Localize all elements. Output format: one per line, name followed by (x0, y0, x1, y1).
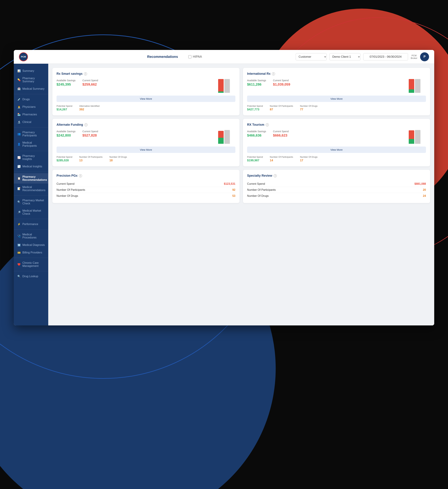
rx-smart-savings-view-more[interactable]: View More (57, 96, 235, 102)
rxt-current-spend: Current Spend $666,623 (273, 130, 289, 137)
user-avatar[interactable]: P (420, 52, 429, 61)
international-rx-bottom: Potential Spend $427,773 Number Of Parti… (247, 105, 426, 111)
demo-client-select[interactable]: Demo Client 1 (330, 53, 360, 60)
medical-market-check-icon: 🔎 (17, 211, 21, 214)
sidebar: 📊 Summary 💊 Pharmacy Summary 🏥 Medical S… (14, 64, 48, 326)
alternate-funding-info-icon[interactable]: i (84, 123, 88, 126)
sidebar-label-summary: Summary (22, 69, 34, 73)
intl-participants: Number Of Participants 87 (270, 105, 293, 111)
nav-recommendations[interactable]: Recommendations (147, 55, 178, 59)
pharmacies-icon: 🏪 (17, 113, 21, 116)
main-content: Rx Smart savings i Available Savings $24… (48, 64, 434, 326)
alternate-funding-top: Available Savings $242,800 Current Spend… (57, 130, 235, 144)
rx-tourism-view-more[interactable]: View More (247, 147, 426, 153)
sidebar-item-drugs[interactable]: 💉 Drugs (14, 96, 48, 103)
specialty-review-info-icon[interactable]: i (274, 174, 277, 177)
precision-pgx-row-0: Current Spend $123,531 (57, 181, 235, 187)
rx-tourism-chart (409, 130, 426, 144)
sidebar-item-chronic-care[interactable]: ❤️ Chronic Care Management (14, 259, 48, 270)
sidebar-item-pharmacy-summary[interactable]: 💊 Pharmacy Summary (14, 75, 48, 85)
medical-summary-icon: 🏥 (17, 87, 21, 90)
sidebar-item-medical-diagnosis[interactable]: 🩻 Medical Diagnosis (14, 241, 48, 249)
card-precision-pgx: Precision PGx i Current Spend $123,531 N… (52, 170, 240, 203)
rx-smart-savings-chart (218, 79, 235, 93)
sidebar-item-pharmacy-recommendations[interactable]: 📋 Pharmacy Recommendations (14, 173, 48, 184)
sidebar-item-medical-procedures[interactable]: 🩺 Medical Procedures (14, 231, 48, 241)
hipaa-checkbox[interactable] (188, 55, 191, 58)
divider-5 (14, 195, 48, 196)
pharmacy-recommendations-icon: 📋 (17, 177, 21, 180)
rx-current-spend-value: $259,662 (82, 82, 98, 86)
rx-available-savings-label: Available Savings (57, 79, 75, 82)
sidebar-item-clinical[interactable]: 🔬 Clinical (14, 118, 48, 126)
cards-grid: Rx Smart savings i Available Savings $24… (52, 68, 430, 203)
sidebar-item-medical-participants[interactable]: 👤 Medical Participants (14, 139, 48, 149)
sidebar-item-pharmacy-market-check[interactable]: 🔍 Pharmacy Market Check (14, 197, 48, 207)
summary-icon: 📊 (17, 69, 21, 73)
sidebar-item-billing-providers[interactable]: 💳 Billing Providers (14, 249, 48, 256)
rx-potential-spend: Potential Spend $14,267 (57, 105, 72, 111)
rx-smart-savings-info-icon[interactable]: i (84, 72, 87, 75)
app-body: 📊 Summary 💊 Pharmacy Summary 🏥 Medical S… (14, 64, 434, 326)
specialty-review-row-2: Number Of Drugs 24 (247, 193, 426, 199)
drugs-icon: 💉 (17, 98, 21, 101)
international-rx-stats: Available Savings $611,286 Current Spend… (247, 79, 405, 86)
sidebar-label-pharmacy-participants: Pharmacy Participants (22, 131, 45, 137)
rx-tourism-stats: Available Savings $466,636 Current Spend… (247, 130, 405, 137)
sidebar-item-pharmacy-insights[interactable]: 📈 Pharmacy Insights (14, 152, 48, 163)
chronic-care-icon: ❤️ (17, 263, 21, 266)
intl-current-spend: Current Spend $1,039,059 (273, 79, 290, 86)
rx-tourism-info-icon[interactable]: i (266, 123, 269, 126)
drug-lookup-icon: 🔍 (17, 275, 21, 278)
sidebar-item-physicians[interactable]: 👨‍⚕️ Physicians (14, 103, 48, 111)
sidebar-label-pharmacies: Pharmacies (22, 113, 37, 116)
date-range-button[interactable]: 07/01/2023 - 06/30/2024 (363, 53, 408, 60)
sidebar-item-summary[interactable]: 📊 Summary (14, 67, 48, 75)
international-rx-view-more[interactable]: View More (247, 96, 426, 102)
sidebar-label-medical-participants: Medical Participants (22, 141, 45, 147)
sidebar-item-medical-recommendations[interactable]: 📝 Medical Recommendations (14, 184, 48, 194)
rxt-drugs: Number Of Drugs 17 (300, 156, 318, 162)
international-rx-top: Available Savings $611,286 Current Spend… (247, 79, 426, 93)
international-rx-title: International Rx i (247, 72, 426, 76)
medical-insights-icon: 📉 (17, 165, 21, 168)
rxt-participants: Number Of Participants 14 (270, 156, 293, 162)
intl-available-savings: Available Savings $611,286 (247, 79, 266, 86)
precision-pgx-title: Precision PGx i (57, 174, 235, 178)
af-participants: Number Of Participants 13 (79, 156, 102, 162)
intl-potential-spend: Potential Spend $427,773 (247, 105, 263, 111)
rxt-potential-spend: Potential Spend $199,987 (247, 156, 263, 162)
alternate-funding-chart (218, 130, 235, 144)
app-header: PCM Recommendations HIPAA Customer Demo … (14, 50, 434, 64)
precision-pgx-row-1: Number Of Participants 92 (57, 187, 235, 193)
rx-current-spend: Current Spend $259,662 (82, 79, 98, 86)
sidebar-item-pharmacy-participants[interactable]: 👥 Pharmacy Participants (14, 129, 48, 139)
sidebar-item-medical-insights[interactable]: 📉 Medical Insights (14, 163, 48, 170)
divider-3 (14, 151, 48, 151)
sidebar-label-medical-market-check: Medical Market Check (22, 209, 45, 215)
rx-smart-savings-bottom: Potential Spend $14,267 Alternative Iden… (57, 105, 235, 111)
sidebar-item-performance[interactable]: ⚡ Performance (14, 220, 48, 228)
precision-pgx-info-icon[interactable]: i (79, 174, 82, 177)
sidebar-item-medical-summary[interactable]: 🏥 Medical Summary (14, 85, 48, 93)
logo: PCM (19, 52, 28, 61)
sidebar-label-drug-lookup: Drug Lookup (22, 275, 38, 278)
header-nav: Recommendations HIPAA (53, 55, 296, 59)
international-rx-info-icon[interactable]: i (272, 72, 275, 75)
sidebar-label-pharmacy-market-check: Pharmacy Market Check (22, 199, 45, 205)
sidebar-item-medical-market-check[interactable]: 🔎 Medical Market Check (14, 207, 48, 218)
card-international-rx: International Rx i Available Savings $61… (243, 68, 430, 115)
alternate-funding-view-more[interactable]: View More (57, 147, 235, 153)
alternate-funding-title: Alternate Funding i (57, 123, 235, 127)
sidebar-item-drug-lookup[interactable]: 🔍 Drug Lookup (14, 273, 48, 280)
alternate-funding-stats: Available Savings $242,800 Current Spend… (57, 130, 215, 137)
sidebar-label-physicians: Physicians (22, 105, 35, 108)
rx-available-savings: Available Savings $245,395 (57, 79, 75, 86)
sidebar-label-medical-diagnosis: Medical Diagnosis (22, 244, 45, 247)
medical-recommendations-icon: 📝 (17, 187, 21, 190)
customer-select[interactable]: Customer (296, 53, 327, 60)
rx-current-spend-label: Current Spend (82, 79, 98, 82)
sidebar-item-pharmacies[interactable]: 🏪 Pharmacies (14, 111, 48, 118)
pharmacy-market-check-icon: 🔍 (17, 200, 21, 204)
intl-drugs: Number Of Drugs 77 (300, 105, 318, 111)
